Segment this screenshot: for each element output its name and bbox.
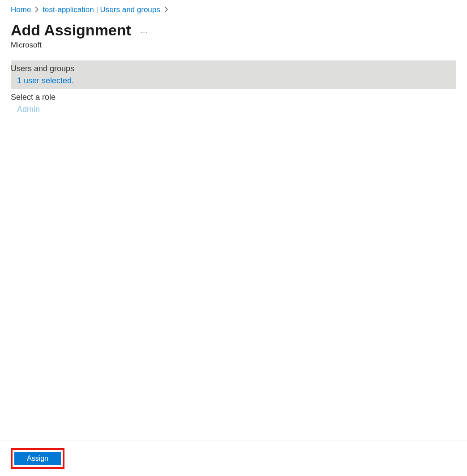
page-header: Add Assignment ···: [0, 18, 467, 41]
assign-button[interactable]: Assign: [14, 452, 61, 465]
select-role-section[interactable]: Select a role Admin: [11, 89, 456, 118]
chevron-right-icon: [34, 6, 39, 14]
users-and-groups-value[interactable]: 1 user selected.: [11, 76, 456, 86]
users-and-groups-label: Users and groups: [11, 64, 456, 76]
users-and-groups-section[interactable]: Users and groups 1 user selected.: [11, 60, 456, 89]
breadcrumb: Home test-application | Users and groups: [0, 0, 467, 18]
footer-bar: Assign: [0, 441, 467, 476]
assign-highlight-box: Assign: [11, 448, 64, 469]
page-subtitle: Microsoft: [0, 41, 467, 60]
page-title: Add Assignment: [11, 21, 131, 39]
chevron-right-icon: [164, 6, 168, 14]
select-role-label: Select a role: [11, 93, 456, 105]
more-options-icon[interactable]: ···: [140, 24, 149, 37]
breadcrumb-app-link[interactable]: test-application | Users and groups: [43, 5, 160, 14]
select-role-value[interactable]: Admin: [11, 105, 456, 114]
breadcrumb-home-link[interactable]: Home: [11, 5, 31, 14]
